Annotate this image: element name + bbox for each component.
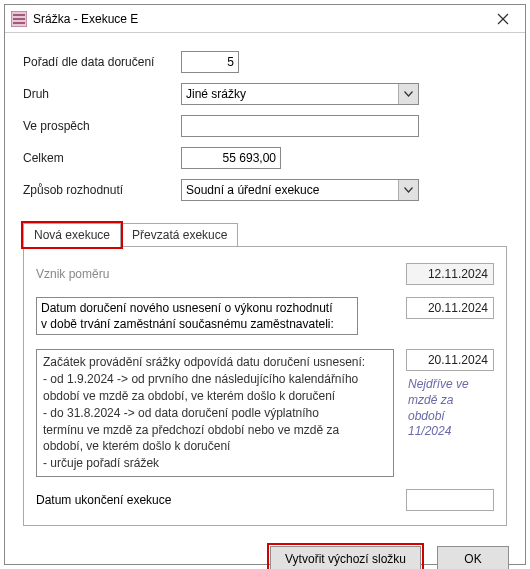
close-icon xyxy=(497,13,509,25)
zpusob-label: Způsob rozhodnutí xyxy=(23,183,181,197)
celkem-input[interactable]: 55 693,00 xyxy=(181,147,281,169)
vznik-date: 12.11.2024 xyxy=(406,263,494,285)
ukonceni-date-input[interactable] xyxy=(406,489,494,511)
start-date-input[interactable]: 20.11.2024 xyxy=(406,349,494,371)
chevron-down-icon xyxy=(398,180,418,200)
svg-rect-1 xyxy=(13,14,25,16)
create-default-folder-button[interactable]: Vytvořit výchozí složku xyxy=(270,546,421,569)
footer: Vytvořit výchozí složku OK xyxy=(5,536,525,569)
close-button[interactable] xyxy=(481,5,525,33)
app-icon xyxy=(11,11,27,27)
titlebar: Srážka - Exekuce E xyxy=(5,5,525,33)
svg-rect-2 xyxy=(13,18,25,20)
vznik-label: Vznik poměru xyxy=(36,267,109,281)
description-box: Začátek provádění srážky odpovídá datu d… xyxy=(36,349,394,477)
doruceni-label: Datum doručení nového usnesení o výkonu … xyxy=(36,297,358,335)
celkem-label: Celkem xyxy=(23,151,181,165)
zpusob-select[interactable]: Soudní a úřední exekuce xyxy=(181,179,419,201)
tab-nova-exekuce[interactable]: Nová exekuce xyxy=(23,223,121,247)
tabs: Nová exekuce Převzatá exekuce Vznik pomě… xyxy=(23,223,507,526)
poradi-input[interactable]: 5 xyxy=(181,51,239,73)
veprospech-input[interactable] xyxy=(181,115,419,137)
tab-panel: Vznik poměru 12.11.2024 Datum doručení n… xyxy=(23,246,507,526)
content-area: Pořadí dle data doručení 5 Druh Jiné srá… xyxy=(5,33,525,536)
ukonceni-label: Datum ukončení exekuce xyxy=(36,493,171,507)
tab-prevzata-exekuce[interactable]: Převzatá exekuce xyxy=(121,223,238,246)
window-title: Srážka - Exekuce E xyxy=(33,12,481,26)
chevron-down-icon xyxy=(398,84,418,104)
druh-label: Druh xyxy=(23,87,181,101)
poradi-label: Pořadí dle data doručení xyxy=(23,55,181,69)
hint-text: Nejdříve ve mzdě za období 11/2024 xyxy=(406,375,492,441)
dialog-window: Srážka - Exekuce E Pořadí dle data doruč… xyxy=(4,4,526,565)
druh-select[interactable]: Jiné srážky xyxy=(181,83,419,105)
svg-rect-3 xyxy=(13,22,25,24)
ok-button[interactable]: OK xyxy=(437,546,509,569)
doruceni-date-input[interactable]: 20.11.2024 xyxy=(406,297,494,319)
veprospech-label: Ve prospěch xyxy=(23,119,181,133)
